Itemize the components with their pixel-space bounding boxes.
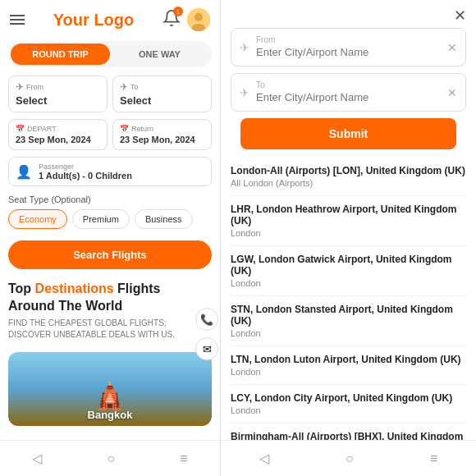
to-clear-button[interactable]: ✕ [447, 86, 457, 99]
plane-icon-from: ✈ [16, 81, 24, 93]
destinations-highlight: Destinations [35, 281, 114, 295]
back-button[interactable]: ◁ [24, 447, 50, 469]
modal-to-label: To [256, 80, 441, 89]
app-logo: Your Logo [53, 11, 135, 30]
airport-list-item[interactable]: Birmingham-All (Airports) [BHX], United … [231, 423, 466, 440]
app-header: Your Logo 1 [0, 0, 220, 36]
right-menu-button[interactable]: ≡ [422, 447, 446, 469]
airport-sub: London [231, 328, 466, 338]
business-button[interactable]: Business [135, 209, 193, 229]
airport-name: LHR, London Heathrow Airport, United Kin… [231, 204, 466, 227]
menu-button[interactable]: ≡ [172, 447, 195, 469]
calendar-icon-return: 📅 [120, 125, 129, 133]
airport-sub: London [231, 367, 466, 377]
seat-options: Economy Premium Business [8, 209, 212, 229]
airport-sub: London [231, 228, 466, 238]
dates-row: 📅 DEPART 23 Sep Mon, 2024 📅 Return 23 Se… [8, 119, 212, 150]
trip-toggle: ROUND TRIP ONE WAY [8, 41, 212, 67]
seat-type-section: Seat Type (Optional) Economy Premium Bus… [8, 195, 212, 229]
airport-list-item[interactable]: LHR, London Heathrow Airport, United Kin… [231, 196, 466, 246]
right-bottom-navigation: ◁ ○ ≡ [221, 440, 476, 476]
right-back-button[interactable]: ◁ [251, 447, 277, 469]
passenger-field[interactable]: 👤 Passenger 1 Adult(s) - 0 Children [8, 157, 212, 186]
bangkok-label: Bangkok [88, 409, 133, 421]
hamburger-menu[interactable] [10, 15, 25, 25]
modal-from-label: From [256, 35, 441, 44]
header-icons: 1 [162, 8, 210, 31]
airport-list-item[interactable]: LCY, London City Airport, United Kingdom… [231, 385, 466, 423]
airport-list-item[interactable]: LGW, London Gatwick Airport, United King… [231, 246, 466, 296]
from-clear-button[interactable]: ✕ [447, 41, 457, 54]
return-label: 📅 Return [120, 125, 204, 133]
airport-name: LCY, London City Airport, United Kingdom… [231, 392, 466, 404]
airport-name: London-All (Airports) [LON], United King… [231, 165, 466, 176]
to-input-wrapper: To [256, 80, 441, 104]
airport-list-item[interactable]: STN, London Stansted Airport, United Kin… [231, 296, 466, 346]
right-home-button[interactable]: ○ [337, 447, 362, 469]
temple-icon: 🛕 [94, 380, 126, 411]
from-plane-icon: ✈ [240, 41, 249, 54]
airport-search-modal: ✕ ✈ From ✕ ✈ To ✕ Submit London-All (Air… [220, 0, 476, 476]
passenger-info: Passenger 1 Adult(s) - 0 Children [39, 162, 132, 181]
home-button[interactable]: ○ [98, 447, 123, 469]
user-avatar[interactable] [187, 8, 210, 31]
bangkok-card[interactable]: 🛕 Bangkok [8, 352, 212, 426]
airport-name: STN, London Stansted Airport, United Kin… [231, 304, 466, 327]
calendar-icon-depart: 📅 [16, 125, 25, 133]
to-plane-icon: ✈ [240, 86, 249, 99]
destinations-subtitle: FIND THE CHEAPEST GLOBAL FLIGHTS;DISCOVE… [8, 318, 212, 341]
bottom-navigation: ◁ ○ ≡ [0, 440, 220, 476]
return-date-field[interactable]: 📅 Return 23 Sep Mon, 2024 [112, 119, 212, 150]
modal-header: ✕ [221, 0, 476, 28]
destinations-title: Top Destinations FlightsAround The World [8, 281, 212, 315]
from-label: ✈ From [16, 81, 100, 93]
airport-name: LGW, London Gatwick Airport, United King… [231, 254, 466, 277]
airport-list-item[interactable]: London-All (Airports) [LON], United King… [231, 158, 466, 196]
origin-destination-row: ✈ From Select ✈ To Select [8, 76, 212, 112]
modal-to-input[interactable] [256, 91, 441, 103]
notification-badge: 1 [173, 7, 183, 16]
to-value: Select [120, 94, 204, 107]
airport-sub: London [231, 278, 466, 288]
phone-icon-button[interactable]: 📞 [195, 308, 218, 331]
search-inputs-section: ✈ From ✕ ✈ To ✕ Submit [221, 28, 476, 158]
modal-from-input[interactable] [256, 46, 441, 58]
to-field[interactable]: ✈ To Select [112, 76, 212, 112]
passenger-icon: 👤 [16, 164, 32, 180]
depart-label: 📅 DEPART [16, 125, 100, 133]
airport-sub: All London (Airports) [231, 178, 466, 188]
airport-sub: London [231, 405, 466, 415]
economy-button[interactable]: Economy [8, 209, 67, 229]
round-trip-button[interactable]: ROUND TRIP [11, 43, 110, 65]
notification-bell[interactable]: 1 [162, 9, 181, 30]
from-value: Select [16, 94, 100, 107]
email-icon-button[interactable]: ✉ [195, 337, 218, 360]
left-panel: Your Logo 1 ROUND TRIP ONE WAY [0, 0, 220, 476]
search-flights-button[interactable]: Search Flights [8, 240, 212, 269]
to-label: ✈ To [120, 81, 204, 93]
plane-icon-to: ✈ [120, 81, 128, 93]
airport-name: LTN, London Luton Airport, United Kingdo… [231, 354, 466, 365]
premium-button[interactable]: Premium [72, 209, 130, 229]
from-field[interactable]: ✈ From Select [8, 76, 108, 112]
depart-value: 23 Sep Mon, 2024 [16, 135, 100, 144]
depart-date-field[interactable]: 📅 DEPART 23 Sep Mon, 2024 [8, 119, 108, 150]
svg-point-1 [195, 13, 203, 21]
seat-type-label: Seat Type (Optional) [8, 195, 212, 204]
airport-name: Birmingham-All (Airports) [BHX], United … [231, 431, 466, 440]
airport-list-item[interactable]: LTN, London Luton Airport, United Kingdo… [231, 346, 466, 385]
airports-list: London-All (Airports) [LON], United King… [221, 158, 476, 440]
passenger-value: 1 Adult(s) - 0 Children [39, 171, 132, 181]
modal-to-field: ✈ To ✕ [231, 73, 466, 112]
passenger-label: Passenger [39, 162, 132, 171]
return-value: 23 Sep Mon, 2024 [120, 135, 204, 144]
modal-from-field: ✈ From ✕ [231, 28, 466, 66]
destinations-section: Top Destinations FlightsAround The World… [8, 281, 212, 341]
submit-button[interactable]: Submit [240, 118, 456, 149]
from-input-wrapper: From [256, 35, 441, 59]
close-button[interactable]: ✕ [454, 7, 466, 25]
one-way-button[interactable]: ONE WAY [110, 43, 209, 65]
